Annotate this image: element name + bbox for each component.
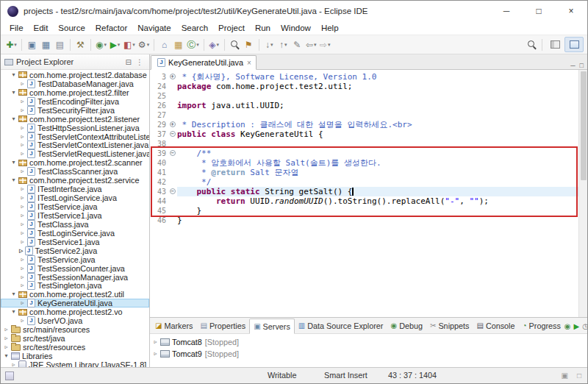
menu-run[interactable]: Run	[250, 23, 276, 33]
new-class-button[interactable]: Ⓒ▾	[185, 37, 201, 52]
tree-item-package[interactable]: ▾com.home.project.test2.database	[1, 71, 149, 79]
print-button[interactable]: ▤	[53, 37, 67, 52]
chevron-right-icon[interactable]: ▹	[19, 168, 26, 174]
chevron-down-icon[interactable]: ▾	[3, 353, 10, 359]
new-package-button[interactable]: ▦	[171, 37, 185, 52]
open-perspective-button[interactable]	[545, 37, 564, 52]
tree-item-source-folder[interactable]: ▹src/test/java	[1, 334, 149, 343]
maximize-button[interactable]: □	[523, 1, 555, 21]
tree-item-java-file-selected[interactable]: ▹JKeyGenerateUtil.java	[1, 299, 149, 307]
prev-annotation-button[interactable]: ↑▾	[276, 37, 290, 52]
java-ee-perspective-button[interactable]	[564, 37, 584, 52]
next-annotation-button[interactable]: ↓▾	[262, 37, 276, 52]
tab-properties[interactable]: ▤Properties	[196, 318, 249, 333]
chevron-right-icon[interactable]: ▹	[19, 266, 26, 271]
new-servlet-button[interactable]: ◈▾	[207, 37, 221, 52]
code-line[interactable]: 45 }	[150, 206, 578, 216]
line-number[interactable]: 39	[150, 149, 168, 158]
line-number[interactable]: 43	[150, 187, 168, 196]
chevron-right-icon[interactable]: ▹	[19, 230, 26, 236]
forward-button[interactable]: ⇨▾	[318, 37, 332, 52]
chevron-right-icon[interactable]: ▹	[19, 134, 26, 140]
chevron-right-icon[interactable]: ▹	[19, 213, 26, 218]
tree-item-java-file[interactable]: ▹JITestService1.java	[1, 211, 149, 220]
external-tools-button[interactable]: ⚙▾	[137, 37, 151, 52]
code-line[interactable]: 26import java.util.UUID;	[150, 101, 578, 110]
chevron-right-icon[interactable]: ▹	[19, 274, 26, 280]
chevron-right-icon[interactable]: ▹	[3, 327, 10, 333]
chevron-right-icon[interactable]: ▹	[19, 300, 26, 306]
search-button[interactable]	[228, 37, 242, 52]
fold-expanded-icon[interactable]: −	[170, 188, 176, 194]
tree-item-package[interactable]: ▾com.home.project.test2.util	[1, 290, 149, 299]
code-line[interactable]: 38	[150, 139, 578, 149]
save-all-button[interactable]: ▦	[39, 37, 53, 52]
chevron-right-icon[interactable]: ▹	[152, 339, 159, 345]
chevron-right-icon[interactable]: ▹	[19, 107, 26, 113]
status-helper-icon[interactable]	[5, 371, 14, 380]
fold-expanded-icon[interactable]: −	[170, 131, 176, 137]
code-line[interactable]: 37−public class KeyGenerateUtil {	[150, 129, 578, 139]
code-line[interactable]: 39− /**	[150, 149, 578, 158]
chevron-right-icon[interactable]: ▹	[19, 257, 26, 263]
tree-item-java-file[interactable]: ▹JTestSingleton.java	[1, 282, 149, 291]
line-number[interactable]: 25	[150, 91, 168, 101]
start-server-button[interactable]: ▶	[574, 323, 580, 330]
chevron-right-icon[interactable]: ▹	[3, 344, 10, 350]
chevron-right-icon[interactable]: ▹	[19, 81, 26, 87]
chevron-right-icon[interactable]: ▹	[19, 99, 26, 104]
code-line[interactable]: 25	[150, 91, 578, 101]
line-number[interactable]: 41	[150, 168, 168, 177]
build-all-button[interactable]: ⚒	[74, 37, 87, 52]
chevron-down-icon[interactable]: ▾	[10, 309, 17, 315]
tab-console[interactable]: ▤Console	[473, 318, 518, 333]
code-line[interactable]: 24package com.home.project.test2.util;	[150, 82, 578, 91]
menu-project[interactable]: Project	[213, 23, 250, 33]
tab-snippets[interactable]: ✂Snippets	[426, 318, 473, 333]
profile-server-button[interactable]: ◷	[582, 323, 588, 330]
menu-edit[interactable]: Edit	[29, 23, 54, 33]
chevron-down-icon[interactable]: ▾	[10, 291, 17, 297]
fold-collapsed-icon[interactable]: +	[170, 74, 176, 79]
tree-item-java-file[interactable]: ▹JITestLoginService.java	[1, 193, 149, 202]
back-button[interactable]: ⇦▾	[304, 37, 318, 52]
code-line[interactable]: 27	[150, 110, 578, 120]
new-java-project-button[interactable]: ⌂	[157, 37, 171, 52]
tree-item-java-file[interactable]: ▹JTestService1.java	[1, 238, 149, 246]
fold-collapsed-icon[interactable]: +	[170, 121, 176, 127]
tree-item-java-file[interactable]: ▹JTestDatabaseManager.java	[1, 79, 149, 88]
close-button[interactable]: ×	[555, 1, 587, 21]
debug-button[interactable]: ◉▾	[94, 37, 108, 52]
fold-expanded-icon[interactable]: −	[170, 150, 176, 156]
code-line[interactable]: 42 */	[150, 177, 578, 187]
line-number[interactable]: 26	[150, 101, 168, 110]
tree-item-java-file[interactable]: ▹JITestService.java	[1, 202, 149, 211]
tree-item-java-file[interactable]: ▹JTestSecurityFilter.java	[1, 106, 149, 115]
editor-scrollbar[interactable]	[578, 70, 587, 317]
code-line[interactable]: 46}	[150, 216, 578, 225]
code-line[interactable]: 3+ * {회사명}, Software License, Version 1.…	[150, 72, 578, 82]
code-line[interactable]: 29+ * Description : 클래스에 대한 설명을 입력하세요.<b…	[150, 120, 578, 129]
editor-tab[interactable]: J KeyGenerateUtil.java ×	[151, 55, 257, 70]
tree-item-java-file[interactable]: ▹JTestServletContextAttributeListener.ja…	[1, 132, 149, 141]
tab-progress[interactable]: ◔Progress	[519, 318, 564, 333]
close-icon[interactable]: ×	[247, 59, 251, 67]
chevron-right-icon[interactable]: ▹	[19, 195, 26, 201]
tree-item-java-file[interactable]: ▹JTestSessionManager.java	[1, 273, 149, 282]
line-number[interactable]: 27	[150, 110, 168, 120]
line-number[interactable]: 40	[150, 158, 168, 168]
tree-item-java-file[interactable]: ▹JTestEncodingFilter.java	[1, 97, 149, 106]
coverage-button[interactable]: ◧▾	[122, 37, 137, 52]
tree-item-java-file[interactable]: ▹JTestClassScanner.java	[1, 167, 149, 176]
chevron-right-icon[interactable]: ▹	[19, 186, 26, 192]
tree-item-java-file[interactable]: ▹JTestService2.java	[1, 246, 149, 255]
chevron-right-icon[interactable]: ▹	[152, 351, 159, 357]
menu-search[interactable]: Search	[176, 23, 213, 33]
view-menu-icon[interactable]: ⋮	[134, 58, 146, 66]
chevron-right-icon[interactable]: ▹	[19, 239, 26, 245]
line-number[interactable]: 46	[150, 216, 168, 225]
code-line[interactable]: 40 * 암호화에서 사용할 Salt(솔트)를 생성한다.	[150, 158, 578, 168]
tab-data-source-explorer[interactable]: ▥Data Source Explorer	[295, 318, 387, 333]
tab-servers[interactable]: ▣Servers	[249, 319, 295, 334]
tree-item-java-file[interactable]: ▹JTestHttpSessionListener.java	[1, 124, 149, 132]
